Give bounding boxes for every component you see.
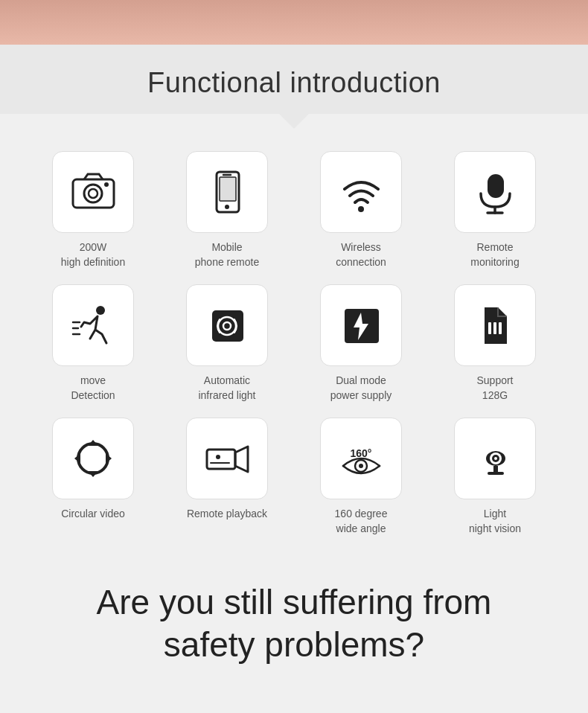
feature-label-circular: Circular video (61, 507, 125, 522)
feature-power: Dual modepower supply (298, 284, 424, 403)
feature-label-wifi: Wirelessconnection (336, 240, 386, 269)
feature-circular: Circular video (30, 418, 156, 536)
feature-wideangle: 160° 160 degreewide angle (298, 418, 424, 536)
svg-point-13 (96, 306, 105, 315)
svg-point-31 (216, 455, 220, 459)
icon-box-power (320, 284, 402, 366)
icon-box-circular (52, 418, 134, 499)
feature-playback: Remote playback (164, 418, 290, 536)
svg-point-9 (358, 206, 364, 212)
feature-label-playback: Remote playback (187, 507, 267, 522)
top-image (0, 0, 588, 45)
feature-label-camera: 200Whigh definition (61, 240, 125, 269)
page-title: Functional introduction (15, 67, 573, 99)
svg-rect-22 (488, 322, 491, 334)
bottom-line1: Are you still suffering from (97, 583, 492, 621)
icon-box-wideangle: 160° (320, 418, 402, 499)
svg-point-39 (494, 457, 497, 460)
icon-box-mic (454, 151, 536, 233)
feature-label-motion: moveDetection (71, 374, 115, 403)
svg-point-3 (104, 182, 109, 187)
bottom-text: Are you still suffering from safety prob… (30, 581, 558, 667)
svg-point-7 (225, 205, 229, 209)
features-grid: 200Whigh definition Mobilephone remote (30, 151, 558, 537)
nightvision-icon (471, 435, 520, 483)
icon-box-motion (52, 284, 134, 366)
feature-mic: Remotemonitoring (432, 151, 558, 269)
svg-rect-5 (220, 177, 236, 201)
mic-icon (471, 168, 520, 217)
svg-marker-30 (235, 447, 248, 472)
svg-point-35 (359, 464, 363, 468)
svg-text:160°: 160° (350, 447, 371, 459)
icon-box-wifi (320, 151, 402, 233)
wideangle-icon: 160° (337, 435, 386, 483)
icon-box-playback (186, 418, 268, 499)
icon-box-camera (52, 151, 134, 233)
wifi-icon (337, 168, 386, 217)
icon-box-nightvision (454, 418, 536, 499)
feature-infrared: Automaticinfrared light (164, 284, 290, 403)
feature-camera: 200Whigh definition (30, 151, 156, 269)
section-divider (279, 114, 309, 129)
svg-rect-10 (488, 174, 504, 198)
power-icon (337, 301, 386, 350)
feature-label-sd: Support128G (476, 374, 513, 403)
feature-label-mic: Remotemonitoring (470, 240, 519, 269)
camera-icon (69, 168, 118, 217)
phone-icon (203, 168, 252, 217)
feature-label-wideangle: 160 degreewide angle (335, 507, 388, 536)
icon-box-sd (454, 284, 536, 366)
feature-label-phone: Mobilephone remote (195, 240, 259, 269)
svg-rect-24 (499, 322, 502, 334)
icon-box-phone (186, 151, 268, 233)
infrared-icon (203, 301, 252, 350)
sd-icon (471, 301, 520, 350)
feature-label-nightvision: Lightnight vision (469, 507, 521, 536)
bottom-section: Are you still suffering from safety prob… (0, 551, 588, 682)
bottom-line2: safety problems? (164, 625, 424, 664)
svg-rect-40 (493, 466, 498, 472)
header-section: Functional introduction (0, 45, 588, 114)
playback-icon (203, 435, 252, 483)
svg-point-2 (89, 189, 98, 198)
feature-nightvision: Lightnight vision (432, 418, 558, 536)
icon-box-infrared (186, 284, 268, 366)
svg-rect-41 (488, 472, 504, 475)
circular-icon (69, 435, 118, 483)
motion-icon (69, 301, 118, 350)
features-section: 200Whigh definition Mobilephone remote (0, 129, 588, 551)
feature-phone: Mobilephone remote (164, 151, 290, 269)
svg-rect-23 (493, 322, 496, 334)
feature-wifi: Wirelessconnection (298, 151, 424, 269)
feature-label-infrared: Automaticinfrared light (198, 374, 255, 403)
svg-point-1 (84, 185, 102, 202)
svg-rect-29 (207, 450, 235, 469)
feature-label-power: Dual modepower supply (330, 374, 392, 403)
feature-motion: moveDetection (30, 284, 156, 403)
feature-sd: Support128G (432, 284, 558, 403)
